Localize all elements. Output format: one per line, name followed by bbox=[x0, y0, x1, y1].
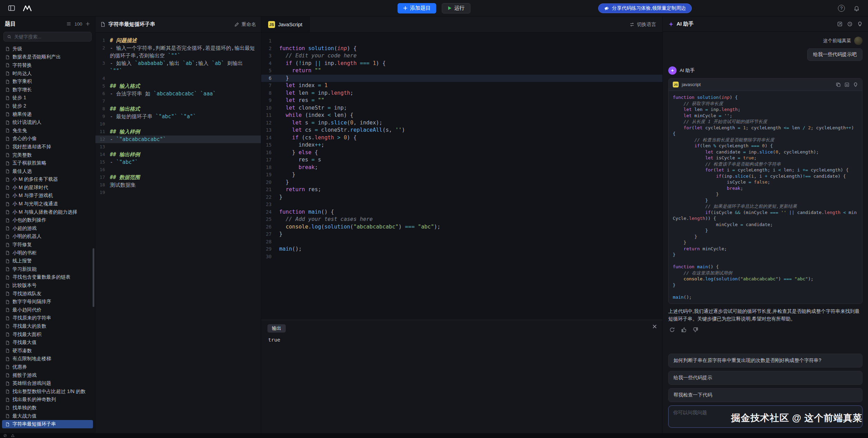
app-logo[interactable] bbox=[22, 3, 32, 13]
problem-line[interactable]: 16 bbox=[95, 166, 261, 174]
sidebar-item[interactable]: 寻找最大的质数 bbox=[2, 322, 93, 330]
code-line[interactable]: 7 let index = 1 bbox=[261, 82, 662, 90]
sidebar-item[interactable]: 数字字母间隔排序 bbox=[2, 298, 93, 306]
sidebar-item[interactable]: 徒步 1 bbox=[2, 94, 93, 102]
code-line[interactable]: 17 res = s bbox=[261, 156, 662, 164]
sidebar-item[interactable]: 找单独的数 bbox=[2, 404, 93, 412]
ai-question-input[interactable] bbox=[668, 406, 862, 428]
problem-line[interactable]: 15- `"abc"` bbox=[95, 158, 261, 166]
sidebar-item[interactable]: 寻找原来的字符串 bbox=[2, 314, 93, 323]
sidebar-item[interactable]: 寻找游戏队友 bbox=[2, 290, 93, 298]
code-line[interactable]: 8 let len = inp.length; bbox=[261, 90, 662, 97]
sidebar-item[interactable]: 比较版本号 bbox=[2, 281, 93, 290]
problem-line[interactable]: 17## 数据范围 bbox=[95, 174, 261, 181]
sidebar-item[interactable]: 小包的数列操作 bbox=[2, 216, 93, 224]
sidebar-item[interactable]: 小 M 与弹子游戏机 bbox=[2, 192, 93, 200]
status-error-icon[interactable] bbox=[3, 434, 7, 437]
code-line[interactable]: 5 return "" bbox=[261, 67, 662, 75]
sidebar-item[interactable]: 完美整数 bbox=[2, 151, 93, 159]
sidebar-item[interactable]: 英雄组合游戏问题 bbox=[2, 379, 93, 388]
search-input[interactable] bbox=[14, 34, 88, 39]
sidebar-item[interactable]: 最大战力值 bbox=[2, 412, 93, 420]
code-line[interactable]: 30 bbox=[261, 253, 662, 261]
help-icon[interactable]: ? bbox=[836, 3, 847, 13]
code-line[interactable]: 6 } bbox=[261, 75, 662, 82]
sidebar-item[interactable]: 时尚达人 bbox=[2, 69, 93, 78]
sidebar-item[interactable]: 找出整型数组中占比超过 1/N 的数 bbox=[2, 388, 93, 396]
tab-javascript[interactable]: JS JavaScript bbox=[261, 17, 310, 32]
code-line[interactable]: 10 let cloneStr = inp; bbox=[261, 104, 662, 112]
sidebar-item[interactable]: 有点限制地走楼梯 bbox=[2, 355, 93, 363]
sidebar-item[interactable]: 字符修复 bbox=[2, 241, 93, 249]
sidebar-item[interactable]: 小 M 与光明之魂通道 bbox=[2, 200, 93, 208]
code-line[interactable]: 24function main() { bbox=[261, 208, 662, 216]
sidebar-item[interactable]: 找出最长的神奇数列 bbox=[2, 396, 93, 404]
problem-line[interactable]: 8## 输出格式 bbox=[95, 105, 261, 113]
status-warning-icon[interactable] bbox=[11, 434, 15, 437]
problem-line[interactable]: 10 bbox=[95, 120, 261, 128]
problem-line[interactable]: 14## 输出样例 bbox=[95, 151, 261, 158]
thumbs-up-icon[interactable] bbox=[680, 326, 688, 334]
code-line[interactable]: 14 if (cs.length > 0) { bbox=[261, 134, 662, 142]
list-icon[interactable] bbox=[66, 21, 71, 26]
sidebar-item[interactable]: 小 M 的星球时代 bbox=[2, 184, 93, 192]
sidebar-item[interactable]: 徒步 2 bbox=[2, 102, 93, 110]
problem-line[interactable]: 11## 输入样例 bbox=[95, 128, 261, 136]
sidebar-item[interactable]: 统计说谎的人 bbox=[2, 118, 93, 127]
problem-line[interactable]: 2- 输入一个字符串,判断其是否完全循环,若是循环的,输出最短的循环子串,否则输… bbox=[95, 44, 261, 59]
code-line[interactable]: 9 let res = "" bbox=[261, 97, 662, 104]
suggestion-button[interactable]: 帮我检查一下代码 bbox=[668, 388, 862, 402]
close-output-icon[interactable] bbox=[652, 324, 657, 329]
copy-icon[interactable] bbox=[836, 82, 841, 87]
problem-line[interactable]: 3- 如输入 `abababab`,输出 `ab`;输入 `ab` 则输出 `"… bbox=[95, 59, 261, 75]
code-line[interactable]: 2function solution(inp) { bbox=[261, 45, 662, 53]
sidebar-item[interactable]: 糖果传递 bbox=[2, 110, 93, 119]
sidebar-item[interactable]: 贪心的小偷 bbox=[2, 135, 93, 143]
sidebar-item[interactable]: 小 M 与狼人拯救者的能力选择 bbox=[2, 208, 93, 216]
sidebar-item[interactable]: 最小趋同代价 bbox=[2, 306, 93, 314]
problem-line[interactable]: 5## 输入格式 bbox=[95, 82, 261, 90]
sidebar-item[interactable]: 数据表是否能顺利产出 bbox=[2, 53, 93, 62]
code-line[interactable]: 18 break; bbox=[261, 164, 662, 171]
regenerate-icon[interactable] bbox=[668, 326, 676, 334]
problem-line[interactable]: 13 bbox=[95, 143, 261, 151]
run-button[interactable]: 运行 bbox=[442, 3, 471, 13]
code-line[interactable]: 27} bbox=[261, 231, 662, 238]
add-problem-button[interactable]: 添加题目 bbox=[398, 3, 436, 13]
problem-line[interactable]: 9- 最短的循环子串 `"abc"` `"a"` bbox=[95, 113, 261, 120]
sidebar-toggle-icon[interactable] bbox=[6, 3, 17, 13]
code-line[interactable]: 1 bbox=[261, 37, 662, 45]
sidebar-item[interactable]: 线上报警 bbox=[2, 257, 93, 265]
code-line[interactable]: 11 while (index < len) { bbox=[261, 112, 662, 119]
sidebar-item[interactable]: 硬币凑数 bbox=[2, 347, 93, 355]
sidebar-item[interactable]: 小明的机器人 bbox=[2, 233, 93, 241]
code-line[interactable]: 16 } else { bbox=[261, 149, 662, 157]
problem-line[interactable]: 19 bbox=[95, 189, 261, 196]
problem-line[interactable]: 12- `"abcabcabcabc"` bbox=[95, 136, 261, 143]
sidebar-item[interactable]: 五子棋获胜策略 bbox=[2, 159, 93, 167]
code-line[interactable]: 25 // Add your test cases here bbox=[261, 216, 662, 223]
problem-line[interactable]: 6- 合法字符串 如 `abcabcabcabc` `aaa` bbox=[95, 90, 261, 97]
sidebar-item[interactable]: 字符替换 bbox=[2, 61, 93, 69]
problem-line[interactable]: 7 bbox=[95, 97, 261, 105]
problem-line[interactable]: 4 bbox=[95, 75, 261, 82]
problem-line[interactable]: 1# 问题描述 bbox=[95, 37, 261, 44]
sidebar-item[interactable]: 学习新技能 bbox=[2, 265, 93, 273]
sidebar-item[interactable]: 小 M 的多任务下载器 bbox=[2, 176, 93, 184]
bulb-icon[interactable] bbox=[857, 21, 862, 27]
sidebar-item[interactable]: 优惠券 bbox=[2, 363, 93, 371]
code-line[interactable]: 4 if (!inp || inp.length === 1) { bbox=[261, 60, 662, 67]
problem-line[interactable]: 18测试数据集 bbox=[95, 181, 261, 189]
sidebar-item[interactable]: 数字增长 bbox=[2, 86, 93, 94]
code-line[interactable]: 13 let cs = cloneStr.replaceAll(s, '') bbox=[261, 127, 662, 134]
sidebar-item[interactable]: 数字乘积 bbox=[2, 77, 93, 86]
thumbs-down-icon[interactable] bbox=[692, 326, 699, 334]
sidebar-item[interactable]: 我好想逃却逃不掉 bbox=[2, 143, 93, 151]
sidebar-item[interactable]: 小明的书柜 bbox=[2, 249, 93, 257]
sidebar-item[interactable]: 寻找包含变量数最多的链表 bbox=[2, 273, 93, 282]
code-line[interactable]: 15 index++; bbox=[261, 141, 662, 149]
code-line[interactable]: 20 } bbox=[261, 179, 662, 186]
code-line[interactable]: 26 console.log(solution("abcabcabcabc") … bbox=[261, 223, 662, 231]
sidebar-item[interactable]: 最佳人选 bbox=[2, 167, 93, 176]
code-line[interactable]: 12 let s = inp.slice(0, index); bbox=[261, 119, 662, 127]
